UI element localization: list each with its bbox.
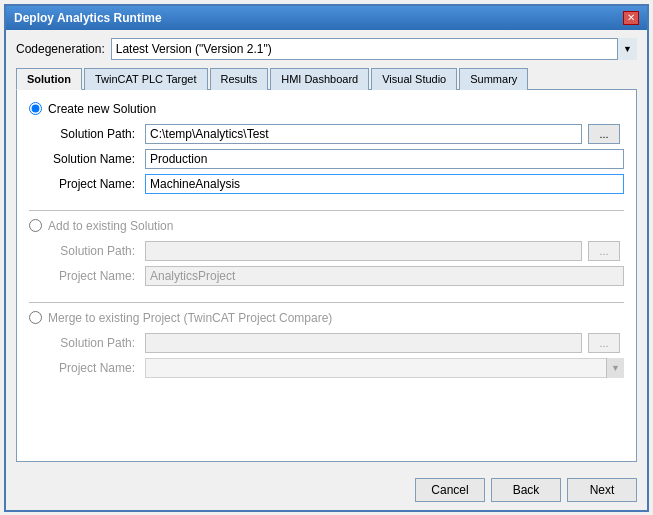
create-new-solution-section: Create new Solution Solution Path: ... S…: [29, 102, 624, 194]
solution-path-browse-3: ...: [588, 333, 620, 353]
add-existing-form: Solution Path: ... Project Name:: [29, 241, 624, 286]
tab-content: Create new Solution Solution Path: ... S…: [16, 90, 637, 462]
close-button[interactable]: ✕: [623, 11, 639, 25]
merge-existing-form: Solution Path: ... Project Name: ▼: [29, 333, 624, 378]
divider-2: [29, 302, 624, 303]
project-name-label-3: Project Name:: [49, 361, 139, 375]
tab-hmi-dashboard[interactable]: HMI Dashboard: [270, 68, 369, 90]
merge-existing-label: Merge to existing Project (TwinCAT Proje…: [48, 311, 332, 325]
tab-results[interactable]: Results: [210, 68, 269, 90]
cancel-button[interactable]: Cancel: [415, 478, 485, 502]
add-existing-section: Add to existing Solution Solution Path: …: [29, 219, 624, 286]
create-new-label: Create new Solution: [48, 102, 156, 116]
title-bar: Deploy Analytics Runtime ✕: [6, 6, 647, 30]
solution-name-label: Solution Name:: [49, 152, 139, 166]
tab-solution[interactable]: Solution: [16, 68, 82, 90]
merge-existing-radio[interactable]: [29, 311, 42, 324]
create-new-radio[interactable]: [29, 102, 42, 115]
next-button[interactable]: Next: [567, 478, 637, 502]
solution-path-label-3: Solution Path:: [49, 336, 139, 350]
codegen-select[interactable]: Latest Version ("Version 2.1"): [111, 38, 637, 60]
deploy-dialog: Deploy Analytics Runtime ✕ Codegeneratio…: [4, 4, 649, 512]
dialog-title: Deploy Analytics Runtime: [14, 11, 162, 25]
tab-twincat-plc[interactable]: TwinCAT PLC Target: [84, 68, 208, 90]
add-existing-radio-label: Add to existing Solution: [29, 219, 624, 233]
codegen-select-wrapper: Latest Version ("Version 2.1") ▼: [111, 38, 637, 60]
solution-path-label-2: Solution Path:: [49, 244, 139, 258]
tab-bar: Solution TwinCAT PLC Target Results HMI …: [16, 68, 637, 90]
solution-path-browse-2: ...: [588, 241, 620, 261]
create-new-radio-label: Create new Solution: [29, 102, 624, 116]
solution-name-input[interactable]: [145, 149, 624, 169]
add-existing-radio[interactable]: [29, 219, 42, 232]
add-existing-label: Add to existing Solution: [48, 219, 173, 233]
dialog-body: Codegeneration: Latest Version ("Version…: [6, 30, 647, 470]
codegen-row: Codegeneration: Latest Version ("Version…: [16, 38, 637, 60]
solution-path-browse-1[interactable]: ...: [588, 124, 620, 144]
project-name-dropdown-3: ▼: [145, 358, 624, 378]
merge-existing-radio-label: Merge to existing Project (TwinCAT Proje…: [29, 311, 624, 325]
project-name-label-1: Project Name:: [49, 177, 139, 191]
codegen-label: Codegeneration:: [16, 42, 105, 56]
footer: Cancel Back Next: [6, 470, 647, 510]
merge-existing-section: Merge to existing Project (TwinCAT Proje…: [29, 311, 624, 378]
solution-path-input-1[interactable]: [145, 124, 582, 144]
project-name-input-1[interactable]: [145, 174, 624, 194]
back-button[interactable]: Back: [491, 478, 561, 502]
divider-1: [29, 210, 624, 211]
solution-path-input-3: [145, 333, 582, 353]
project-name-select-3: [145, 358, 624, 378]
solution-path-label-1: Solution Path:: [49, 127, 139, 141]
tab-summary[interactable]: Summary: [459, 68, 528, 90]
tab-visual-studio[interactable]: Visual Studio: [371, 68, 457, 90]
project-name-input-2: [145, 266, 624, 286]
solution-path-input-2: [145, 241, 582, 261]
create-new-form: Solution Path: ... Solution Name: Projec…: [29, 124, 624, 194]
project-name-label-2: Project Name:: [49, 269, 139, 283]
